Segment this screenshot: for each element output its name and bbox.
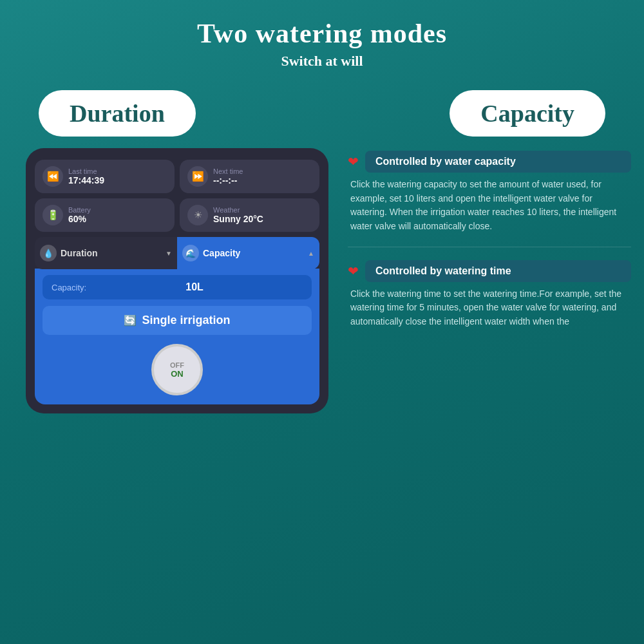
mode-selector: 💧 Duration ▼ 🌊 Capacity ▲ — [35, 237, 319, 269]
capacity-badge: Capacity — [450, 90, 605, 137]
content-row: ⏪ Last time 17:44:39 ⏩ Next time --:--:-… — [0, 148, 644, 413]
last-time-label: Last time — [68, 167, 104, 175]
duration-tab-icon: 💧 — [40, 245, 57, 261]
feature-2-title: Controlled by watering time — [365, 260, 631, 282]
weather-text: Weather Sunny 20°C — [213, 206, 263, 224]
next-time-icon: ⏩ — [187, 166, 208, 187]
battery-value: 60% — [68, 214, 91, 224]
feature-1-block: ❤ Controlled by water capacity Click the… — [348, 151, 631, 234]
page-wrapper: Two watering modes Switch at will Durati… — [0, 0, 644, 644]
heart-icon-2: ❤ — [348, 263, 359, 279]
feature-2-desc: Click the watering time to set the water… — [348, 287, 631, 329]
last-time-text: Last time 17:44:39 — [68, 167, 104, 185]
next-time-value: --:--:-- — [213, 175, 243, 185]
capacity-tab-label: Capacity — [203, 248, 240, 258]
single-irrigation-label: Single irrigation — [142, 314, 230, 327]
irrigation-icon: 🔄 — [124, 314, 137, 327]
info-grid: ⏪ Last time 17:44:39 ⏩ Next time --:--:-… — [35, 160, 319, 232]
battery-text: Battery 60% — [68, 206, 91, 224]
capacity-row-value: 10L — [185, 281, 204, 293]
capacity-tab[interactable]: 🌊 Capacity ▲ — [177, 237, 319, 269]
toggle-container: OFF ON — [43, 344, 312, 395]
heart-icon-1: ❤ — [348, 154, 359, 169]
feature-2-block: ❤ Controlled by watering time Click the … — [348, 260, 631, 329]
phone-mockup: ⏪ Last time 17:44:39 ⏩ Next time --:--:-… — [26, 148, 328, 413]
battery-icon: 🔋 — [43, 205, 63, 225]
blue-panel: Capacity: 10L 🔄 Single irrigation OFF ON — [35, 269, 319, 404]
last-time-value: 17:44:39 — [68, 175, 104, 185]
duration-badge: Duration — [39, 90, 196, 137]
main-title: Two watering modes — [0, 18, 644, 49]
right-panel: ❤ Controlled by water capacity Click the… — [348, 148, 631, 413]
next-time-label: Next time — [213, 167, 243, 175]
single-irrigation-button[interactable]: 🔄 Single irrigation — [43, 306, 312, 335]
toggle-on-label: ON — [171, 369, 184, 379]
weather-card: ☀ Weather Sunny 20°C — [180, 198, 319, 232]
separator — [348, 247, 631, 247]
header: Two watering modes Switch at will — [0, 0, 644, 76]
capacity-tab-arrow: ▲ — [308, 250, 314, 257]
last-time-icon: ⏪ — [43, 166, 63, 187]
toggle-off-label: OFF — [170, 361, 184, 369]
weather-icon: ☀ — [187, 205, 208, 225]
feature-1-desc: Click the watering capacity to set the a… — [348, 178, 631, 234]
capacity-tab-icon: 🌊 — [182, 245, 199, 261]
weather-value: Sunny 20°C — [213, 214, 263, 224]
duration-tab-label: Duration — [61, 248, 98, 258]
battery-label: Battery — [68, 206, 91, 214]
feature-1-header: ❤ Controlled by water capacity — [348, 151, 631, 173]
feature-1-title: Controlled by water capacity — [365, 151, 631, 173]
capacity-row-label: Capacity: — [52, 283, 86, 292]
last-time-card: ⏪ Last time 17:44:39 — [35, 160, 175, 193]
next-time-card: ⏩ Next time --:--:-- — [180, 160, 319, 193]
mode-labels: Duration Capacity — [0, 76, 644, 148]
sub-title: Switch at will — [0, 53, 644, 70]
weather-label: Weather — [213, 206, 263, 214]
capacity-row: Capacity: 10L — [43, 275, 312, 299]
duration-tab-arrow: ▼ — [166, 250, 172, 257]
feature-2-header: ❤ Controlled by watering time — [348, 260, 631, 282]
next-time-text: Next time --:--:-- — [213, 167, 243, 185]
battery-card: 🔋 Battery 60% — [35, 198, 175, 232]
duration-tab[interactable]: 💧 Duration ▼ — [35, 237, 177, 269]
on-off-toggle[interactable]: OFF ON — [151, 344, 203, 395]
